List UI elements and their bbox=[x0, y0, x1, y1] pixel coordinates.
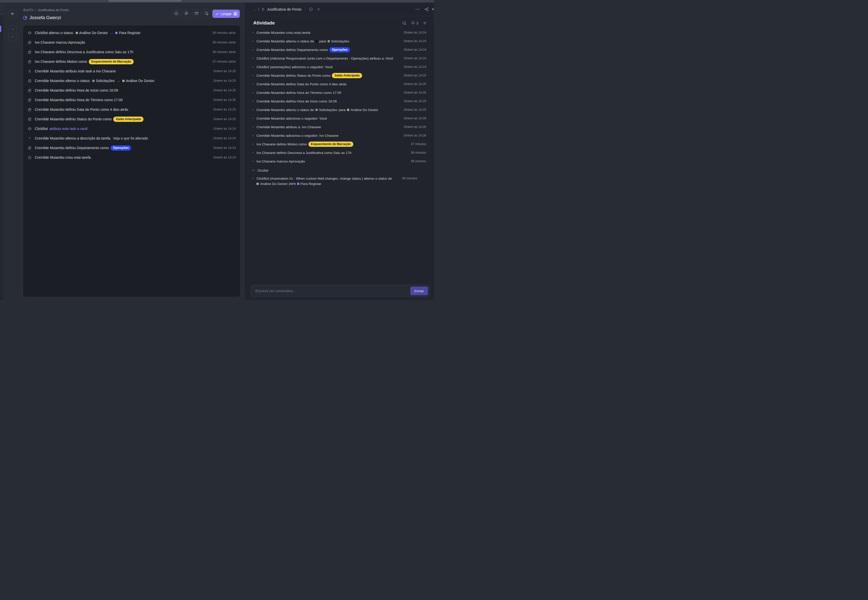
notification-bell-group[interactable]: 3 bbox=[411, 21, 418, 25]
previous-notification-button[interactable] bbox=[9, 26, 17, 33]
notification-text: Cremilde Muiambo definiu Hora de Inicio … bbox=[35, 88, 210, 92]
activity-text: Ivo Chavane definiu Motivo comoEsquecime… bbox=[257, 142, 408, 147]
notification-row[interactable]: Cremilde Muiambo definiu Data do Ponto c… bbox=[23, 105, 240, 114]
timestamp: Ontem às 14:24 bbox=[404, 48, 426, 52]
activity-row[interactable]: •ClickBot (automações) adicionou o segui… bbox=[246, 62, 434, 71]
edit-icon bbox=[27, 117, 32, 121]
activity-text: Cremilde Muiambo criou esta tarefa bbox=[257, 31, 401, 35]
notification-text: Ivo Chavane definiu Motivo comoEsquecime… bbox=[35, 59, 210, 64]
segment-text: Ivo Chavane marcou Aprovação bbox=[35, 40, 85, 44]
activity-row[interactable]: •Cremilde Muiambo adicionou o seguidor: … bbox=[246, 114, 434, 123]
notification-row[interactable]: Ivo Chavane definiu Motivo comoEsquecime… bbox=[23, 57, 240, 67]
hide-activities-toggle[interactable]: Ocultar bbox=[246, 166, 434, 174]
snooze-button[interactable] bbox=[202, 10, 210, 18]
inline-link[interactable]: Veja o que foi alterado bbox=[113, 136, 148, 140]
person-icon bbox=[27, 69, 32, 73]
status-label: Solicitações bbox=[96, 79, 115, 83]
status-label: Análise Do Gestor bbox=[351, 108, 378, 112]
bullet-icon: • bbox=[253, 100, 254, 103]
status-chip: Para Registar bbox=[297, 182, 322, 186]
status-chip: Solicitações bbox=[328, 39, 349, 43]
activity-row[interactable]: •Cremilde Muiambo definiu Departamento c… bbox=[246, 45, 434, 54]
segment-text: Cremilde Muiambo definiu Data do Ponto c… bbox=[35, 108, 128, 112]
segment-text: Cremilde Muiambo definiu Hora de Inicio … bbox=[257, 99, 337, 103]
activity-row[interactable]: •Cremilde Muiambo alterou o status deSol… bbox=[246, 106, 434, 114]
breadcrumb-current[interactable]: Justificativa de Ponto bbox=[38, 8, 69, 12]
activity-row[interactable]: •Cremilde Muiambo definiu Hora de Inicio… bbox=[246, 97, 434, 106]
activity-row[interactable]: •Cremilde Muiambo adicionou o seguidor: … bbox=[246, 131, 434, 140]
activity-row[interactable]: •ClickBot (Automation #1 - When custom f… bbox=[246, 174, 434, 188]
mute-notifications-button[interactable] bbox=[182, 10, 191, 18]
lock-icon bbox=[261, 7, 265, 11]
check-square-icon bbox=[27, 155, 32, 160]
value-pill: Saída Antecipada bbox=[113, 117, 144, 122]
status-chip: Para Registar bbox=[115, 31, 141, 35]
notification-row[interactable]: Ivo Chavane marcou Aprovação35 minutos a… bbox=[23, 38, 240, 47]
timestamp: 37 minutos bbox=[411, 142, 426, 146]
segment-text: ClickBot (Automation #1 - When custom fi… bbox=[257, 177, 392, 180]
segment-text: Cremilde Muiambo criou esta tarefa bbox=[35, 155, 91, 159]
clear-shortcut-badge: E bbox=[233, 12, 237, 16]
notification-row[interactable]: ClickBot alterou o status:Análise Do Ges… bbox=[23, 28, 240, 38]
timestamp: Ontem às 14:26 bbox=[404, 134, 426, 137]
activity-row[interactable]: •Cremilde Muiambo definiu Status do Pont… bbox=[246, 71, 434, 80]
notification-row[interactable]: Cremilde Muiambo alterou o status:Solici… bbox=[23, 76, 240, 86]
breadcrumb-ellipsis[interactable]: ... bbox=[253, 7, 256, 11]
activity-row[interactable]: •Ivo Chavane marcou Aprovação36 minutos bbox=[246, 157, 434, 165]
title-row: Jossefa Gwenzi bbox=[23, 15, 61, 20]
timestamp: Ontem às 14:24 bbox=[213, 136, 236, 140]
activity-row[interactable]: •Ivo Chavane definiu Motivo comoEsquecim… bbox=[246, 140, 434, 148]
collapse-arrow-icon[interactable] bbox=[431, 6, 434, 12]
activity-row[interactable]: •Ivo Chavane definiu Descreva a Justific… bbox=[246, 148, 434, 157]
chevron-up-icon bbox=[252, 168, 255, 172]
activity-row[interactable]: •Cremilde Muiambo atribuiu a: Ivo Chavan… bbox=[246, 123, 434, 131]
bullet-icon: • bbox=[253, 65, 254, 69]
notification-row[interactable]: Ivo Chavane definiu Descreva a Justifica… bbox=[23, 47, 240, 57]
status-chip: Análise Do Gestor bbox=[122, 79, 154, 83]
unread-mail-button[interactable] bbox=[192, 10, 201, 18]
clear-button[interactable]: Limpar E bbox=[212, 10, 240, 18]
status-square-icon bbox=[76, 32, 78, 34]
timestamp: Ontem às 14:25 bbox=[404, 99, 426, 103]
send-button[interactable]: Enviar bbox=[410, 286, 428, 295]
activity-row[interactable]: •ClickBot (Adicionar Responsável Junto c… bbox=[246, 54, 434, 62]
more-icon[interactable] bbox=[415, 7, 420, 12]
breadcrumb-root[interactable]: EcoTV bbox=[23, 8, 33, 12]
notification-text: Cremilde Muiambo definiu Data do Ponto c… bbox=[35, 108, 210, 112]
new-notification-button[interactable] bbox=[172, 10, 180, 18]
bullet-icon: • bbox=[253, 91, 254, 94]
notification-list: ClickBot alterou o status:Análise Do Ges… bbox=[23, 28, 240, 162]
task-breadcrumb-title[interactable]: Justificativa de Ponto bbox=[267, 7, 302, 11]
notification-row[interactable]: Cremilde Muiambo definiu Departamento co… bbox=[23, 143, 240, 153]
window-top-band bbox=[0, 0, 434, 3]
back-button[interactable] bbox=[9, 11, 17, 18]
notification-row[interactable]: Cremilde Muiambo definiu Hora de Inicio … bbox=[23, 86, 240, 95]
notification-row[interactable]: ClickBotatribuiu este task a vocêOntem à… bbox=[23, 124, 240, 133]
segment-text: Cremilde Muiambo adicionou o seguidor: V… bbox=[257, 117, 327, 120]
notification-row[interactable]: TCremilde Muiambo alterou a descrição da… bbox=[23, 133, 240, 143]
activity-row[interactable]: •Cremilde Muiambo alterou o status depar… bbox=[246, 37, 434, 45]
activity-text: ClickBot (automações) adicionou o seguid… bbox=[257, 65, 401, 69]
next-notification-button[interactable] bbox=[9, 33, 17, 41]
notification-row[interactable]: Cremilde Muiambo atribuiu este task a Iv… bbox=[23, 67, 240, 76]
check-icon bbox=[215, 12, 219, 16]
filter-icon[interactable] bbox=[422, 21, 427, 26]
activity-row[interactable]: •Cremilde Muiambo definiu Hora do Términ… bbox=[246, 88, 434, 97]
notification-row[interactable]: Cremilde Muiambo definiu Hora do Término… bbox=[23, 95, 240, 105]
add-tab-icon[interactable] bbox=[316, 7, 321, 11]
inline-link[interactable]: atribuiu este task a você bbox=[50, 127, 88, 131]
activity-row[interactable]: •Cremilde Muiambo definiu Data do Ponto … bbox=[246, 80, 434, 88]
comment-input[interactable] bbox=[255, 289, 410, 293]
status-square-icon bbox=[92, 80, 95, 82]
notification-row[interactable]: Cremilde Muiambo definiu Status do Ponto… bbox=[23, 114, 240, 124]
open-in-new-icon[interactable] bbox=[309, 7, 313, 12]
clear-button-label: Limpar bbox=[221, 12, 231, 16]
value-pill: Operações bbox=[329, 47, 350, 53]
activity-row[interactable]: •Cremilde Muiambo criou esta tarefaOntem… bbox=[246, 28, 434, 37]
search-icon[interactable] bbox=[402, 21, 407, 26]
notification-text: ClickBotatribuiu este task a você bbox=[35, 127, 210, 131]
activity-text: Ivo Chavane definiu Descreva a Justifica… bbox=[257, 151, 408, 155]
task-panel-header: ... / Justificativa de Ponto bbox=[246, 3, 434, 16]
share-icon[interactable] bbox=[424, 7, 429, 12]
notification-row[interactable]: Cremilde Muiambo criou esta tarefaOntem … bbox=[23, 153, 240, 162]
